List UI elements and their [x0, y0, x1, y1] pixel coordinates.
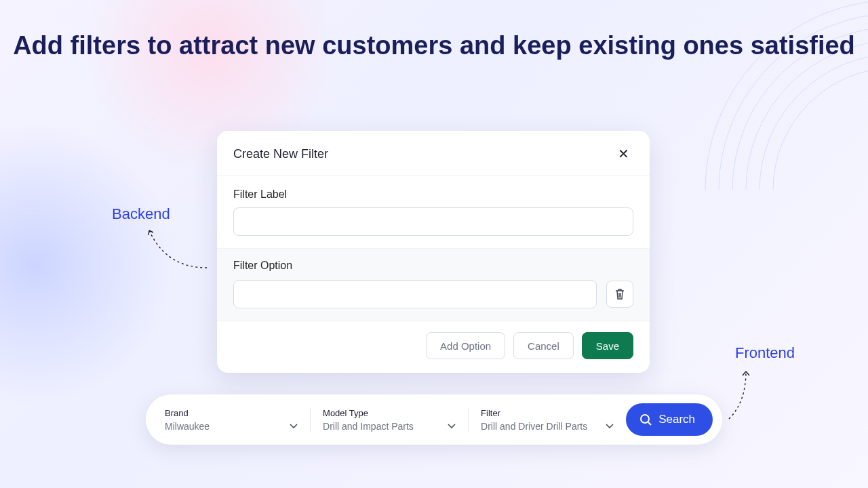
create-filter-modal: Create New Filter ✕ Filter Label Filter … [217, 131, 650, 373]
cancel-button[interactable]: Cancel [513, 332, 574, 359]
filter-label-input[interactable] [233, 207, 633, 236]
add-option-button[interactable]: Add Option [426, 332, 505, 359]
search-button-label: Search [658, 413, 695, 426]
chevron-down-icon [290, 424, 298, 429]
annotation-backend: Backend [112, 205, 170, 223]
segment-label: Filter [481, 408, 614, 418]
modal-footer: Add Option Cancel Save [217, 321, 650, 373]
delete-option-button[interactable] [606, 281, 633, 308]
segment-value: Drill and Driver Drill Parts [481, 421, 587, 432]
close-icon: ✕ [618, 146, 629, 161]
trash-icon [614, 288, 625, 300]
searchbar-segment-model-type[interactable]: Model Type Drill and Impact Parts [310, 408, 468, 432]
filter-label-field: Filter Label [233, 188, 633, 236]
segment-label: Brand [165, 408, 298, 418]
arrow-frontend-icon [726, 368, 766, 422]
filter-label-heading: Filter Label [233, 188, 633, 201]
chevron-down-icon [606, 424, 614, 429]
annotation-frontend: Frontend [735, 344, 795, 362]
segment-label: Model Type [323, 408, 456, 418]
searchbar-segment-filter[interactable]: Filter Drill and Driver Drill Parts [468, 408, 626, 432]
chevron-down-icon [448, 424, 456, 429]
save-button[interactable]: Save [582, 332, 633, 359]
close-button[interactable]: ✕ [614, 143, 633, 165]
filter-option-input[interactable] [233, 280, 597, 308]
search-button[interactable]: Search [626, 403, 713, 436]
frontend-searchbar: Brand Milwaukee Model Type Drill and Imp… [146, 394, 722, 445]
modal-header: Create New Filter ✕ [217, 131, 650, 176]
search-icon [639, 413, 652, 426]
filter-option-row [233, 280, 633, 308]
filter-option-section: Filter Option [217, 248, 650, 321]
filter-option-heading: Filter Option [233, 260, 633, 272]
page-headline: Add filters to attract new customers and… [0, 27, 868, 64]
modal-title: Create New Filter [233, 147, 328, 161]
searchbar-segment-brand[interactable]: Brand Milwaukee [165, 408, 310, 432]
segment-value: Milwaukee [165, 421, 210, 432]
segment-value: Drill and Impact Parts [323, 421, 414, 432]
arrow-backend-icon [146, 227, 214, 274]
svg-point-0 [641, 415, 649, 423]
